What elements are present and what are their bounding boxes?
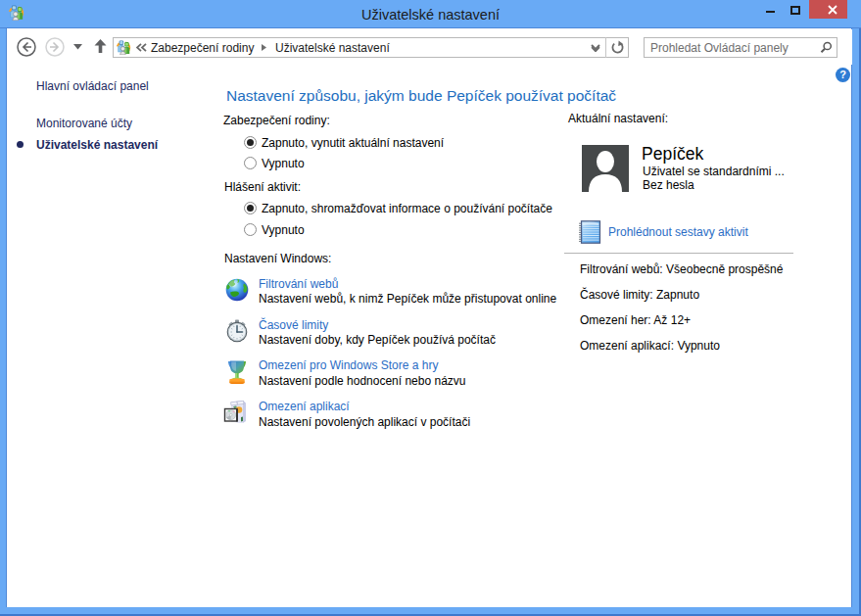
svg-text:?: ? [839, 69, 846, 80]
